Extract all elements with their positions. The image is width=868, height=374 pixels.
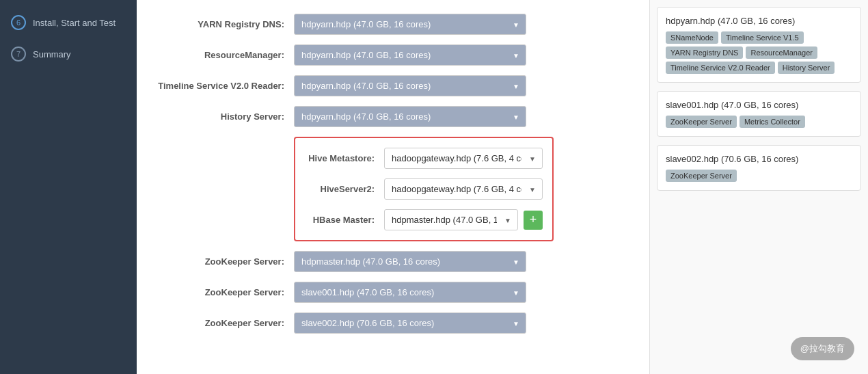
hive-metastore-label: Hive Metastore: bbox=[295, 153, 384, 163]
tags-container-1: ZooKeeper Server Metrics Collector bbox=[666, 116, 852, 128]
host-card-0: hdpyarn.hdp (47.0 GB, 16 cores) SNameNod… bbox=[657, 7, 861, 83]
sidebar-item-install[interactable]: 6 Install, Start and Test bbox=[0, 7, 137, 38]
zookeeper-select-wrapper-3: slave002.hdp (70.6 GB, 16 cores) ▼ bbox=[294, 312, 526, 334]
host-name-2: slave002.hdp (70.6 GB, 16 cores) bbox=[666, 154, 852, 164]
hbase-master-label: HBase Master: bbox=[295, 215, 384, 225]
tag-1-1: Metrics Collector bbox=[740, 116, 805, 128]
hive-metastore-row: Hive Metastore: hadoopgateway.hdp (7.6 G… bbox=[295, 148, 543, 169]
zookeeper-select-2[interactable]: slave001.hdp (47.0 GB, 16 cores) bbox=[294, 282, 526, 303]
hive-metastore-select-wrapper: hadoopgateway.hdp (7.6 GB, 4 cores) ▼ bbox=[384, 148, 543, 169]
tag-0-1: Timeline Service V1.5 bbox=[721, 31, 804, 44]
history-server-select-wrapper: hdpyarn.hdp (47.0 GB, 16 cores) ▼ bbox=[294, 106, 526, 127]
red-border-section: Hive Metastore: hadoopgateway.hdp (7.6 G… bbox=[294, 137, 554, 241]
yarn-registry-select-wrapper: hdpyarn.hdp (47.0 GB, 16 cores) ▼ bbox=[294, 14, 526, 35]
zookeeper-row-2: ZooKeeper Server: slave001.hdp (47.0 GB,… bbox=[157, 282, 629, 303]
tag-0-0: SNameNode bbox=[666, 31, 718, 44]
sidebar: 6 Install, Start and Test 7 Summary bbox=[0, 0, 137, 374]
hbase-master-row: HBase Master: hdpmaster.hdp (47.0 GB, 16… bbox=[295, 209, 543, 230]
timeline-v2-row: Timeline Service V2.0 Reader: hdpyarn.hd… bbox=[157, 75, 629, 96]
zookeeper-label-3: ZooKeeper Server: bbox=[157, 318, 294, 328]
hbase-master-select[interactable]: hdpmaster.hdp (47.0 GB, 16 cores) bbox=[384, 209, 518, 230]
zookeeper-row-3: ZooKeeper Server: slave002.hdp (70.6 GB,… bbox=[157, 312, 629, 334]
zookeeper-select-wrapper-1: hdpmaster.hdp (47.0 GB, 16 cores) ▼ bbox=[294, 251, 526, 272]
resource-manager-label: ResourceManager: bbox=[157, 50, 294, 60]
hbase-master-select-wrapper: hdpmaster.hdp (47.0 GB, 16 cores) ▼ bbox=[384, 209, 518, 230]
hive-server2-label: HiveServer2: bbox=[295, 184, 384, 194]
step-circle-7: 7 bbox=[11, 46, 26, 62]
hive-metastore-select[interactable]: hadoopgateway.hdp (7.6 GB, 4 cores) bbox=[384, 148, 543, 169]
resource-manager-select[interactable]: hdpyarn.hdp (47.0 GB, 16 cores) bbox=[294, 44, 526, 66]
zookeeper-select-wrapper-2: slave001.hdp (47.0 GB, 16 cores) ▼ bbox=[294, 282, 526, 303]
host-name-1: slave001.hdp (47.0 GB, 16 cores) bbox=[666, 100, 852, 110]
yarn-registry-label: YARN Registry DNS: bbox=[157, 19, 294, 29]
resource-manager-select-wrapper: hdpyarn.hdp (47.0 GB, 16 cores) ▼ bbox=[294, 44, 526, 66]
main-content: YARN Registry DNS: hdpyarn.hdp (47.0 GB,… bbox=[137, 0, 649, 374]
watermark: @拉勾教育 bbox=[791, 337, 854, 360]
sidebar-item-label-install: Install, Start and Test bbox=[33, 18, 116, 28]
yarn-registry-row: YARN Registry DNS: hdpyarn.hdp (47.0 GB,… bbox=[157, 14, 629, 35]
sidebar-item-label-summary: Summary bbox=[33, 49, 71, 59]
timeline-v2-select[interactable]: hdpyarn.hdp (47.0 GB, 16 cores) bbox=[294, 75, 526, 96]
tag-0-5: History Server bbox=[778, 62, 835, 74]
timeline-v2-label: Timeline Service V2.0 Reader: bbox=[157, 81, 294, 91]
right-panel: hdpyarn.hdp (47.0 GB, 16 cores) SNameNod… bbox=[649, 0, 868, 374]
host-name-0: hdpyarn.hdp (47.0 GB, 16 cores) bbox=[666, 16, 852, 26]
zookeeper-select-3[interactable]: slave002.hdp (70.6 GB, 16 cores) bbox=[294, 312, 526, 334]
resource-manager-row: ResourceManager: hdpyarn.hdp (47.0 GB, 1… bbox=[157, 44, 629, 66]
hive-server2-select[interactable]: hadoopgateway.hdp (7.6 GB, 4 cores) bbox=[384, 178, 543, 200]
history-server-row: History Server: hdpyarn.hdp (47.0 GB, 16… bbox=[157, 106, 629, 127]
sidebar-item-summary[interactable]: 7 Summary bbox=[0, 38, 137, 70]
hive-server2-row: HiveServer2: hadoopgateway.hdp (7.6 GB, … bbox=[295, 178, 543, 200]
host-card-2: slave002.hdp (70.6 GB, 16 cores) ZooKeep… bbox=[657, 145, 861, 191]
tags-container-0: SNameNode Timeline Service V1.5 YARN Reg… bbox=[666, 31, 852, 74]
zookeeper-label-2: ZooKeeper Server: bbox=[157, 287, 294, 297]
host-card-1: slave001.hdp (47.0 GB, 16 cores) ZooKeep… bbox=[657, 91, 861, 137]
yarn-registry-select[interactable]: hdpyarn.hdp (47.0 GB, 16 cores) bbox=[294, 14, 526, 35]
tag-0-2: YARN Registry DNS bbox=[666, 46, 743, 59]
zookeeper-row-1: ZooKeeper Server: hdpmaster.hdp (47.0 GB… bbox=[157, 251, 629, 272]
zookeeper-select-1[interactable]: hdpmaster.hdp (47.0 GB, 16 cores) bbox=[294, 251, 526, 272]
tag-0-3: ResourceManager bbox=[746, 46, 817, 59]
tag-1-0: ZooKeeper Server bbox=[666, 116, 737, 128]
history-server-label: History Server: bbox=[157, 111, 294, 122]
tags-container-2: ZooKeeper Server bbox=[666, 170, 852, 182]
add-hbase-master-button[interactable]: + bbox=[524, 211, 543, 230]
timeline-v2-select-wrapper: hdpyarn.hdp (47.0 GB, 16 cores) ▼ bbox=[294, 75, 526, 96]
zookeeper-label-1: ZooKeeper Server: bbox=[157, 256, 294, 267]
hive-server2-select-wrapper: hadoopgateway.hdp (7.6 GB, 4 cores) ▼ bbox=[384, 178, 543, 200]
history-server-select[interactable]: hdpyarn.hdp (47.0 GB, 16 cores) bbox=[294, 106, 526, 127]
tag-0-4: Timeline Service V2.0 Reader bbox=[666, 62, 775, 74]
tag-2-0: ZooKeeper Server bbox=[666, 170, 737, 182]
step-circle-6: 6 bbox=[11, 15, 26, 30]
